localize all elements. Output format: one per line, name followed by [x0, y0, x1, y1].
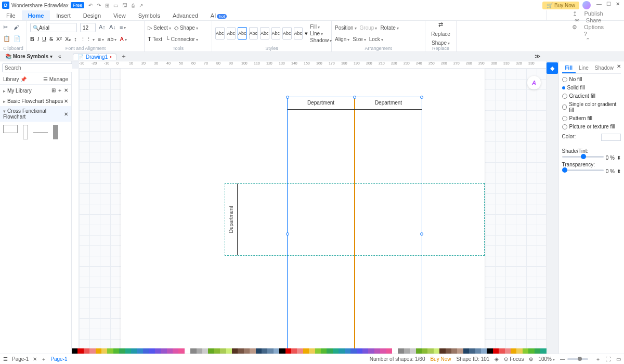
radio-pattern-fill[interactable]: Pattern fill: [562, 115, 621, 121]
horizontal-swimlane[interactable]: Department: [225, 183, 485, 256]
transparency-stepper[interactable]: ⬍: [617, 168, 621, 174]
print-icon[interactable]: ⎙: [132, 3, 135, 8]
font-size-select[interactable]: 12: [80, 23, 96, 32]
replace-shape-icon[interactable]: ⇄: [438, 21, 443, 28]
shape-swimlane-v[interactable]: [23, 125, 28, 139]
select-tool[interactable]: ▷ Select: [148, 24, 171, 31]
decrease-font-icon[interactable]: A↓: [109, 24, 116, 31]
zoom-value[interactable]: 100%: [538, 356, 555, 362]
menu-insert[interactable]: Insert: [50, 10, 77, 20]
more-symbols-dropdown[interactable]: 📚 More Symbols ▾ «: [2, 54, 64, 59]
tab-line[interactable]: Line: [576, 63, 592, 73]
focus-button[interactable]: ⊙ Focus: [504, 356, 524, 362]
presentation-icon[interactable]: ▭: [616, 356, 621, 362]
radio-solid-fill[interactable]: Solid fill: [562, 85, 621, 90]
transparency-slider[interactable]: [562, 170, 604, 171]
copy-icon[interactable]: 📋: [3, 35, 10, 43]
collapse-ribbon-icon[interactable]: ⌃: [586, 37, 590, 44]
bullets-icon[interactable]: ⋮⋮: [80, 36, 95, 43]
zoom-out-icon[interactable]: —: [560, 356, 565, 362]
numbering-icon[interactable]: ≡: [98, 36, 104, 42]
rotate-dropdown[interactable]: Rotate: [380, 25, 398, 31]
color-palette-strip[interactable]: [72, 348, 546, 354]
cut-icon[interactable]: ✂: [3, 24, 10, 31]
zoom-slider[interactable]: [567, 358, 588, 360]
page-list-icon[interactable]: ☰: [3, 356, 8, 362]
line-dropdown[interactable]: Line: [310, 31, 332, 36]
menu-symbols[interactable]: Symbols: [132, 10, 166, 20]
fit-icon[interactable]: ⊕: [529, 356, 533, 362]
buy-now-link[interactable]: Buy Now: [430, 356, 451, 362]
save-icon[interactable]: 🖫: [122, 3, 127, 8]
connector-tool[interactable]: └ Connector: [165, 36, 198, 42]
radio-no-fill[interactable]: No fill: [562, 76, 621, 82]
font-name-select[interactable]: 🔍 Arial: [30, 23, 77, 32]
menu-home[interactable]: Home: [22, 10, 50, 20]
increase-font-icon[interactable]: A↑: [99, 24, 106, 31]
color-picker[interactable]: [601, 134, 621, 141]
underline-icon[interactable]: U: [42, 36, 46, 42]
redo-icon[interactable]: ↷: [97, 3, 101, 8]
shade-stepper[interactable]: ⬍: [617, 155, 621, 161]
position-dropdown[interactable]: Position: [335, 25, 357, 31]
lane-header[interactable]: Department: [288, 97, 355, 109]
fill-panel-icon[interactable]: ◆: [547, 62, 558, 74]
radio-picture-fill[interactable]: Picture or texture fill: [562, 124, 621, 129]
style-preset[interactable]: Abc: [282, 27, 292, 40]
radio-gradient-fill[interactable]: Gradient fill: [562, 93, 621, 99]
text-direction-icon[interactable]: ↕: [74, 36, 77, 42]
text-effect-icon[interactable]: ab: [107, 36, 116, 42]
style-preset[interactable]: Abc: [294, 27, 303, 40]
font-color-icon[interactable]: A: [120, 36, 126, 42]
category-basic-flowchart[interactable]: ▸Basic Flowchart Shapes✕: [0, 96, 71, 106]
text-tool[interactable]: T Text: [148, 36, 162, 42]
menu-view[interactable]: View: [107, 10, 132, 20]
canvas[interactable]: Department Department Department: [79, 69, 546, 348]
page-selector[interactable]: Page-1: [8, 356, 33, 362]
add-page-icon[interactable]: ＋: [41, 356, 46, 363]
format-painter-icon[interactable]: 🖌: [14, 24, 21, 31]
export-icon[interactable]: ↗: [139, 3, 143, 8]
style-preset[interactable]: Abc: [260, 27, 269, 40]
style-preset[interactable]: Abc: [271, 27, 281, 40]
panel-toggle-icon[interactable]: ≫: [535, 53, 624, 60]
menu-advanced[interactable]: Advanced: [166, 10, 204, 20]
group-dropdown[interactable]: Group: [360, 25, 378, 31]
document-tab[interactable]: 📄 Drawing1 •: [73, 54, 116, 60]
styles-more-icon[interactable]: ▾: [305, 30, 308, 37]
publish-button[interactable]: ↥ Publish: [573, 10, 603, 17]
category-cross-functional[interactable]: ▾Cross Functional Flowchart✕: [0, 106, 71, 122]
user-avatar[interactable]: [582, 1, 591, 9]
shape-tool[interactable]: ◇ Shape: [174, 24, 198, 31]
menu-file[interactable]: File: [0, 10, 22, 20]
style-preset[interactable]: Abc: [215, 27, 225, 40]
lane-header[interactable]: Department: [355, 97, 422, 109]
italic-icon[interactable]: I: [37, 36, 39, 42]
minimize-icon[interactable]: —: [595, 1, 603, 9]
zoom-in-icon[interactable]: ＋: [595, 356, 601, 363]
new-icon[interactable]: ⊞: [105, 3, 109, 8]
superscript-icon[interactable]: X²: [56, 36, 62, 42]
menu-design[interactable]: Design: [77, 10, 107, 20]
tab-fill[interactable]: Fill: [562, 63, 576, 73]
shape-swimlane-h[interactable]: [3, 125, 18, 133]
tab-shadow[interactable]: Shadow: [592, 63, 617, 73]
open-icon[interactable]: ▭: [113, 3, 118, 8]
style-preset[interactable]: Abc: [227, 27, 236, 40]
subscript-icon[interactable]: X₂: [65, 36, 71, 43]
help-icon[interactable]: ?: [583, 31, 587, 37]
my-library-item[interactable]: ▸My Library ⊞ ＋ ✕: [0, 85, 71, 96]
close-icon[interactable]: ✕: [614, 1, 622, 9]
maximize-icon[interactable]: ☐: [604, 1, 613, 9]
paste-icon[interactable]: 📄: [14, 35, 21, 43]
shape-bar[interactable]: [53, 125, 58, 139]
page-close-icon[interactable]: ✕: [33, 356, 37, 362]
current-page[interactable]: Page-1: [46, 356, 71, 362]
align-dropdown[interactable]: Align: [335, 36, 349, 42]
align-text-icon[interactable]: ≡: [120, 24, 127, 31]
layers-icon[interactable]: ◈: [495, 356, 499, 362]
close-panel-icon[interactable]: ✕: [617, 63, 621, 73]
radio-single-gradient[interactable]: Single color gradient fill: [562, 101, 621, 113]
share-button[interactable]: ⚮ Share: [575, 17, 601, 24]
search-input[interactable]: [2, 63, 73, 72]
